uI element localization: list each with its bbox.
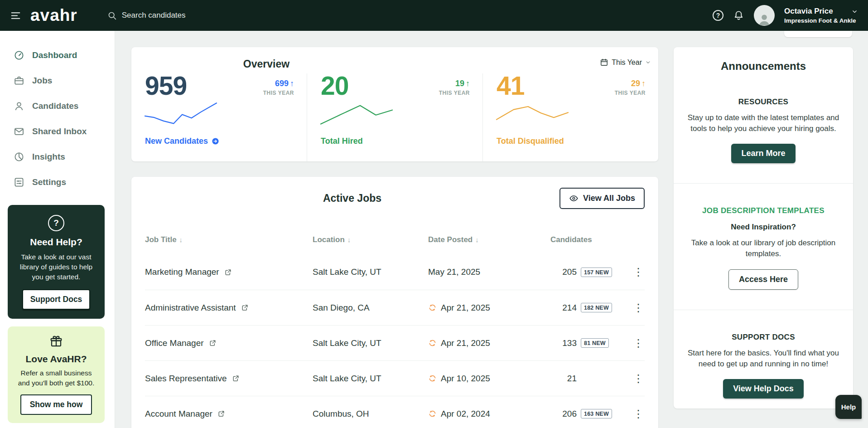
sidebar-item-jobs[interactable]: Jobs <box>0 68 115 93</box>
total-hired-label: Total Hired <box>321 136 363 146</box>
support-body: Start here for the basics. You'll find w… <box>687 348 839 370</box>
new-candidates-link[interactable]: New Candidates <box>145 136 219 146</box>
menu-icon[interactable] <box>10 10 21 21</box>
location-cell: Salt Lake City, UT <box>313 374 428 384</box>
date-posted-cell: Apr 02, 2024 <box>428 409 550 419</box>
search-bar[interactable] <box>107 11 276 20</box>
sidebar-item-insights[interactable]: Insights <box>0 144 115 170</box>
gift-icon <box>49 335 63 348</box>
external-link-icon[interactable] <box>209 339 217 347</box>
column-job-title[interactable]: Job Title <box>145 235 313 244</box>
period-selector[interactable]: This Year <box>600 58 651 67</box>
sidebar-item-label: Insights <box>32 152 65 162</box>
date-posted-cell: Apr 21, 2025 <box>428 338 550 348</box>
job-title-cell[interactable]: Administrative Assistant <box>145 303 313 313</box>
job-title-cell[interactable]: Marketing Manager <box>145 267 313 277</box>
stat-new-candidates: 959 699 THIS YEAR New Candidates <box>131 73 307 161</box>
stat-label-text: New Candidates <box>145 136 208 146</box>
column-location[interactable]: Location <box>313 235 428 244</box>
learn-more-button[interactable]: Learn More <box>731 144 795 163</box>
help-card-title: Need Help? <box>15 237 97 248</box>
user-organization: Impression Foot & Ankle <box>784 17 858 24</box>
sidebar-item-settings[interactable]: Settings <box>0 170 115 195</box>
need-help-card: Need Help? Take a look at our vast libra… <box>8 205 105 319</box>
chevron-down-icon <box>645 59 651 65</box>
refresh-icon <box>428 339 437 347</box>
active-jobs-card: Active Jobs View All Jobs Job Title Loca… <box>131 177 658 428</box>
stat-delta: 29 <box>615 79 646 88</box>
candidates-cell: 21 <box>550 374 628 384</box>
job-title: Account Manager <box>145 409 212 419</box>
new-badge: 157 NEW <box>581 268 612 277</box>
external-link-icon[interactable] <box>224 268 232 276</box>
user-menu[interactable]: Octavia Price Impression Foot & Ankle <box>784 7 858 24</box>
sparkline-chart <box>497 102 568 126</box>
job-title-cell[interactable]: Office Manager <box>145 338 313 348</box>
referral-card-body: Refer a small business and you'll both g… <box>15 368 97 388</box>
avatar[interactable] <box>754 5 775 26</box>
external-link-icon[interactable] <box>241 304 249 311</box>
app-logo[interactable]: avahr <box>30 6 77 25</box>
location-cell: Columbus, OH <box>313 409 428 419</box>
candidate-count: 21 <box>550 374 577 384</box>
jobs-table-body: Marketing Manager Salt Lake City, UT May… <box>145 254 645 428</box>
date-text: Apr 02, 2024 <box>441 409 490 419</box>
view-all-jobs-button[interactable]: View All Jobs <box>559 188 645 209</box>
support-docs-button[interactable]: Support Docs <box>22 289 91 310</box>
chevron-down-icon[interactable] <box>851 8 858 15</box>
refresh-icon <box>428 303 437 312</box>
templates-body: Take a look at our library of job descri… <box>687 238 839 259</box>
kebab-menu[interactable] <box>628 337 648 350</box>
candidates-cell: 206 163 NEW <box>550 409 628 419</box>
sidebar-item-shared-inbox[interactable]: Shared Inbox <box>0 119 115 144</box>
location-cell: San Diego, CA <box>313 303 428 313</box>
external-link-icon[interactable] <box>217 410 225 418</box>
stat-delta-caption: THIS YEAR <box>263 90 294 96</box>
sidebar-item-dashboard[interactable]: Dashboard <box>0 43 115 68</box>
kebab-menu[interactable] <box>628 408 648 420</box>
kebab-menu[interactable] <box>628 372 648 385</box>
overview-card: Overview This Year 959 699 THIS YEAR New… <box>131 47 658 161</box>
new-badge: 163 NEW <box>581 409 612 418</box>
date-text: Apr 21, 2025 <box>441 303 490 313</box>
stat-label-text: Total Disqualified <box>497 136 564 146</box>
job-title-cell[interactable]: Account Manager <box>145 409 313 419</box>
column-date-posted[interactable]: Date Posted <box>428 235 550 244</box>
stat-label-text: Total Hired <box>321 136 363 146</box>
kebab-menu[interactable] <box>628 302 648 314</box>
column-candidates: Candidates <box>550 235 628 244</box>
sidebar-item-label: Jobs <box>32 76 52 86</box>
table-row: Sales Representative Salt Lake City, UT … <box>145 360 645 396</box>
view-icon <box>569 194 579 203</box>
job-title-cell[interactable]: Sales Representative <box>145 374 313 384</box>
jobs-table-header: Job Title Location Date Posted Candidate… <box>145 235 645 254</box>
candidates-cell: 205 157 NEW <box>550 267 628 277</box>
external-link-icon[interactable] <box>232 374 240 382</box>
settings-icon <box>14 177 24 188</box>
access-here-button[interactable]: Access Here <box>728 269 798 290</box>
divider <box>674 183 853 184</box>
view-help-docs-button[interactable]: View Help Docs <box>723 379 804 399</box>
resources-heading: RESOURCES <box>687 97 839 107</box>
sidebar-item-candidates[interactable]: Candidates <box>0 93 115 119</box>
topbar: avahr Octavia Price Impression Foot & An… <box>0 0 868 31</box>
stat-delta-caption: THIS YEAR <box>615 90 646 96</box>
stat-value: 41 <box>497 73 524 98</box>
sort-desc-icon <box>475 235 479 244</box>
jobs-table: Job Title Location Date Posted Candidate… <box>145 235 645 428</box>
referral-card-title: Love AvaHR? <box>15 354 97 365</box>
scrolled-button-partial[interactable] <box>784 31 852 37</box>
help-icon[interactable] <box>713 10 723 21</box>
show-me-how-button[interactable]: Show me how <box>20 394 92 415</box>
resources-section: RESOURCES Stay up to date with the lates… <box>687 97 839 163</box>
help-card-body: Take a look at our vast library of guide… <box>15 252 97 282</box>
notifications-bell-icon[interactable] <box>733 10 744 21</box>
referral-card: Love AvaHR? Refer a small business and y… <box>8 326 105 423</box>
candidate-count: 214 <box>550 303 577 313</box>
stat-value: 959 <box>145 73 187 98</box>
search-input[interactable] <box>122 11 276 20</box>
help-fab-button[interactable]: Help <box>835 395 862 419</box>
view-all-jobs-label: View All Jobs <box>583 194 635 203</box>
job-title: Office Manager <box>145 338 204 348</box>
kebab-menu[interactable] <box>628 266 648 278</box>
